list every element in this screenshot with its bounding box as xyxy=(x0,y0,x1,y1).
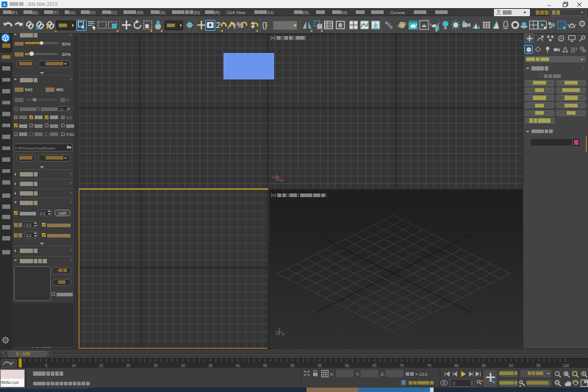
svg-text:55: 55 xyxy=(318,363,322,368)
svg-text:95: 95 xyxy=(537,363,541,368)
svg-text:45: 45 xyxy=(263,363,268,368)
svg-text:40: 40 xyxy=(236,363,240,368)
svg-text:10: 10 xyxy=(71,363,76,368)
svg-text:85: 85 xyxy=(481,363,486,368)
svg-text:30: 30 xyxy=(181,363,185,368)
svg-text:50: 50 xyxy=(290,363,295,368)
svg-text:65: 65 xyxy=(373,363,377,368)
svg-text:90: 90 xyxy=(509,363,514,368)
svg-text:x: x xyxy=(282,332,284,336)
svg-text:60: 60 xyxy=(345,363,349,368)
svg-text:20: 20 xyxy=(126,363,131,368)
svg-text:15: 15 xyxy=(99,363,104,368)
svg-text:100: 100 xyxy=(563,363,570,368)
svg-text:35: 35 xyxy=(208,363,212,368)
svg-text:25: 25 xyxy=(154,363,158,368)
svg-text:75: 75 xyxy=(427,363,431,368)
svg-text:5: 5 xyxy=(46,363,48,368)
svg-text:80: 80 xyxy=(454,363,459,368)
svg-text:2: 2 xyxy=(216,21,220,29)
svg-text:x: x xyxy=(282,177,284,182)
svg-text:70: 70 xyxy=(400,363,404,368)
